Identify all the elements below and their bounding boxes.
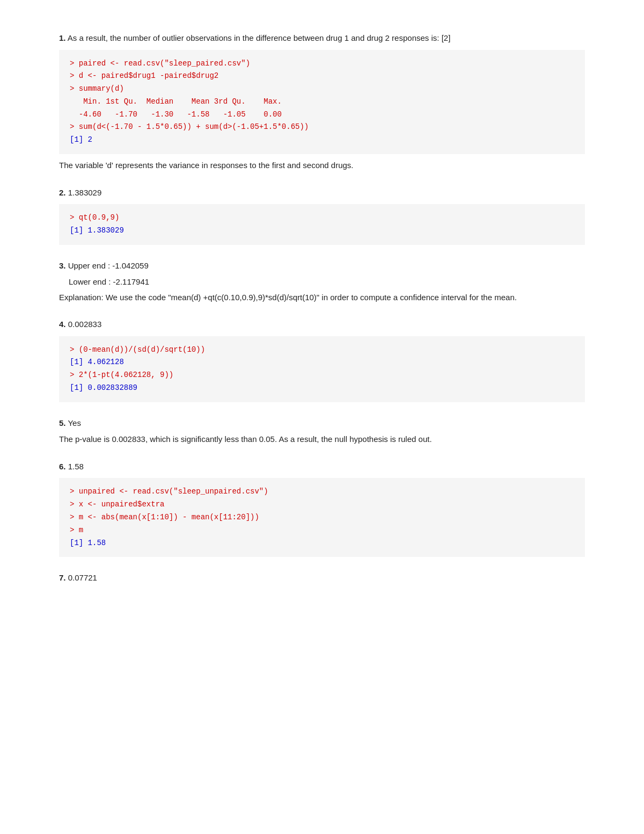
s5-explanation: The p-value is 0.002833, which is signif…	[59, 433, 585, 446]
s4-number: 4.	[59, 320, 66, 329]
s7-answer: 0.07721	[68, 573, 97, 582]
section-1: 1. As a result, the number of outlier ob…	[59, 32, 585, 172]
s4-code-output1: [1] 4.062128	[70, 358, 124, 366]
s2-intro: 2. 1.383029	[59, 187, 585, 199]
s2-code-line1: > qt(0.9,9)	[70, 213, 119, 222]
s2-number: 2.	[59, 188, 66, 197]
s6-code-block: > unpaired <- read.csv("sleep_unpaired.c…	[59, 478, 585, 557]
s6-code-line4: > m	[70, 526, 83, 534]
s6-code-line1: > unpaired <- read.csv("sleep_unpaired.c…	[70, 487, 268, 496]
s7-intro: 7. 0.07721	[59, 572, 585, 584]
section-2: 2. 1.383029 > qt(0.9,9) [1] 1.383029	[59, 187, 585, 245]
section-3: 3. Upper end : -1.042059 Lower end : -2.…	[59, 260, 585, 304]
s7-number: 7.	[59, 573, 66, 582]
s4-code-block: > (0-mean(d))/(sd(d)/sqrt(10)) [1] 4.062…	[59, 336, 585, 402]
s6-intro: 6. 1.58	[59, 461, 585, 473]
s3-answer: Upper end : -1.042059	[68, 261, 149, 270]
s1-intro-text: As a result, the number of outlier obser…	[68, 33, 450, 42]
s4-intro: 4. 0.002833	[59, 318, 585, 331]
s2-answer: 1.383029	[68, 188, 102, 197]
s1-code-line3: > summary(d)	[70, 84, 124, 93]
s1-code-line1: > paired <- read.csv("sleep_paired.csv")	[70, 59, 250, 68]
s4-answer: 0.002833	[68, 320, 102, 329]
s1-code-block: > paired <- read.csv("sleep_paired.csv")…	[59, 50, 585, 155]
s6-number: 6.	[59, 462, 66, 471]
s6-code-output: [1] 1.58	[70, 539, 106, 547]
s2-code-output: [1] 1.383029	[70, 226, 124, 235]
s1-code-line2: > d <- paired$drug1 -paired$drug2	[70, 71, 218, 80]
s6-code-line2: > x <- unpaired$extra	[70, 500, 164, 509]
s1-note: The variable 'd' represents the variance…	[59, 159, 585, 172]
s6-answer: 1.58	[68, 462, 84, 471]
s2-code-block: > qt(0.9,9) [1] 1.383029	[59, 204, 585, 245]
section-6: 6. 1.58 > unpaired <- read.csv("sleep_un…	[59, 461, 585, 557]
s1-code-line5: -4.60 -1.70 -1.30 -1.58 -1.05 0.00	[70, 110, 282, 119]
s5-intro: 5. Yes	[59, 417, 585, 430]
s5-number: 5.	[59, 418, 66, 427]
s4-code-output2: [1] 0.002832889	[70, 383, 137, 392]
s4-code-line1: > (0-mean(d))/(sd(d)/sqrt(10))	[70, 345, 205, 354]
s6-code-line3: > m <- abs(mean(x[1:10]) - mean(x[11:20]…	[70, 513, 259, 521]
s1-code-line6: > sum(d<(-1.70 - 1.5*0.65)) + sum(d>(-1.…	[70, 122, 309, 131]
s5-answer: Yes	[68, 418, 80, 427]
section-4: 4. 0.002833 > (0-mean(d))/(sd(d)/sqrt(10…	[59, 318, 585, 402]
section-5: 5. Yes The p-value is 0.002833, which is…	[59, 417, 585, 446]
s1-code-output: [1] 2	[70, 135, 92, 144]
s1-code-line4: Min. 1st Qu. Median Mean 3rd Qu. Max.	[70, 97, 282, 106]
s3-intro: 3. Upper end : -1.042059	[59, 260, 585, 272]
s3-answer2: Lower end : -2.117941	[69, 276, 585, 288]
s1-number: 1.	[59, 33, 66, 42]
s1-intro: 1. As a result, the number of outlier ob…	[59, 32, 585, 45]
section-7: 7. 0.07721	[59, 572, 585, 584]
s4-code-line2: > 2*(1-pt(4.062128, 9))	[70, 371, 173, 379]
s3-explanation: Explanation: We use the code "mean(d) +q…	[59, 292, 585, 304]
s3-number: 3.	[59, 261, 66, 270]
